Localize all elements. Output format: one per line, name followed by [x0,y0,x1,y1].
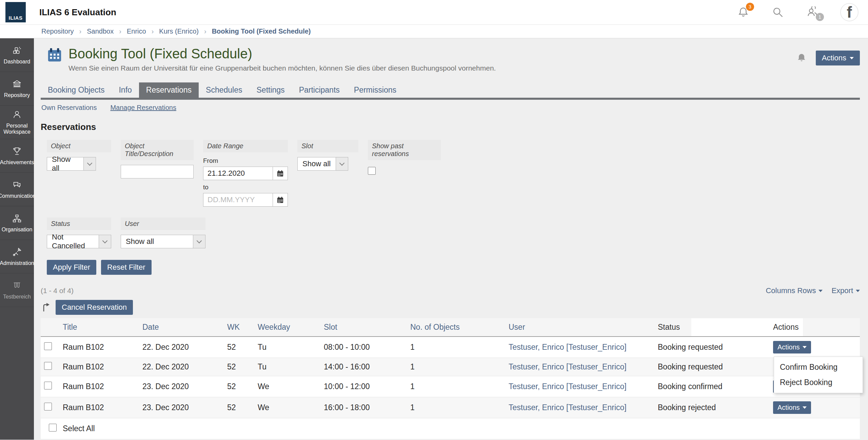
apply-filter-button[interactable]: Apply Filter [47,260,96,275]
breadcrumb-link[interactable]: Enrico [127,27,146,35]
tab-participants[interactable]: Participants [292,82,347,98]
cell-objects: 1 [407,358,505,376]
chevron-down-icon [818,290,823,292]
row-actions-button[interactable]: Actions [773,401,811,414]
contacts-button[interactable]: 1 [806,5,819,19]
row-actions-button[interactable]: Actions [773,341,811,353]
sidebar-item-repository[interactable]: Repository [0,72,34,106]
breadcrumb-link[interactable]: Kurs (Enrico) [159,27,199,35]
search-button[interactable] [771,5,785,19]
show-past-reservations-checkbox[interactable] [368,167,376,175]
sidebar-item-label: Administration [0,260,34,266]
breadcrumb-separator: › [119,27,121,35]
breadcrumb-separator: › [152,27,154,35]
sort-wk-link[interactable]: WK [227,323,240,331]
sort-user-link[interactable]: User [509,323,525,331]
filter-label-slot: Slot [297,140,358,152]
export-dropdown[interactable]: Export [831,286,860,295]
sidebar-item-label: Dashboard [4,59,30,65]
user-link[interactable]: Testuser, Enrico [Testuser_Enrico] [509,403,627,412]
user-select[interactable]: Show all [121,235,205,248]
breadcrumb-separator: › [79,27,82,35]
sidebar-item-dashboard[interactable]: Dashboard [0,38,34,72]
sidebar-item-achievements[interactable]: Achievements [0,139,34,173]
reset-filter-button[interactable]: Reset Filter [101,260,151,275]
row-checkbox[interactable] [44,362,52,370]
cell-objects: 1 [407,376,505,397]
sort-date-link[interactable]: Date [142,323,159,331]
tab-reservations[interactable]: Reservations [139,82,199,98]
columns-rows-dropdown[interactable]: Columns Rows [766,286,823,295]
select-all-checkbox[interactable] [49,424,57,432]
cell-weekday: We [254,397,320,418]
sidebar-item-personal-workspace[interactable]: Personal Workspace [0,106,34,139]
sort-objects-link[interactable]: No. of Objects [410,323,460,331]
subtab-manage-reservations[interactable]: Manage Reservations [110,104,176,112]
chevron-down-icon [850,57,854,59]
main-sidebar: Dashboard Repository Personal Workspace … [0,38,34,440]
cancel-reservation-button-top[interactable]: Cancel Reservation [56,300,133,315]
breadcrumb-link[interactable]: Repository [41,27,74,35]
notifications-button[interactable]: 3 [736,5,750,19]
cell-objects: 1 [407,337,505,358]
sort-slot-link[interactable]: Slot [324,323,337,331]
actions-cell: Actions [770,397,860,418]
cell-wk: 52 [224,358,254,376]
object-title-input[interactable] [121,165,194,178]
sidebar-item-label: Organisation [2,227,33,233]
breadcrumb-link[interactable]: Sandbox [87,27,114,35]
subtab-bar: Own Reservations Manage Reservations [41,104,860,112]
row-checkbox[interactable] [44,403,52,410]
reservations-table: Title Date WK Weekday Slot No. of Object… [41,318,860,439]
cell-status: Booking rejected [654,397,770,418]
date-from-calendar-button[interactable] [273,167,288,180]
user-avatar[interactable]: f [840,3,859,21]
tab-booking-objects[interactable]: Booking Objects [41,82,112,98]
user-link[interactable]: Testuser, Enrico [Testuser_Enrico] [509,343,627,351]
cell-date: 23. Dec 2020 [139,397,224,418]
date-to-label: to [203,184,288,191]
object-select[interactable]: Show all [47,157,96,171]
page-actions-button[interactable]: Actions [816,51,860,65]
tab-permissions[interactable]: Permissions [347,82,403,98]
ilias-logo[interactable]: ILIAS [5,2,26,22]
cell-title: Raum B102 [59,397,139,418]
slot-select[interactable]: Show all [297,157,348,171]
sidebar-item-administration[interactable]: Administration [0,240,34,273]
date-to-input[interactable] [203,193,273,207]
tab-info[interactable]: Info [112,82,139,98]
notifications-badge: 3 [746,3,754,11]
sidebar-item-testbereich[interactable]: Testbereich [0,273,34,307]
menu-item-reject-booking[interactable]: Reject Booking [774,375,863,390]
user-link[interactable]: Testuser, Enrico [Testuser_Enrico] [509,362,627,371]
select-all-row: Select All [41,418,860,439]
breadcrumb-current[interactable]: Booking Tool (Fixed Schedule) [212,27,311,35]
top-header-bar: ILIAS ILIAS 6 Evaluation 3 1 f [0,0,868,25]
chevron-down-icon [803,346,807,348]
breadcrumb-separator: › [204,27,206,35]
menu-item-confirm-booking[interactable]: Confirm Booking [774,360,863,375]
sort-weekday-link[interactable]: Weekday [258,323,290,331]
sidebar-item-communication[interactable]: Communication [0,173,34,206]
subtab-own-reservations[interactable]: Own Reservations [41,104,97,112]
filter-label-title-description: Object Title/Description [121,140,194,160]
row-checkbox[interactable] [44,342,52,350]
tab-schedules[interactable]: Schedules [199,82,249,98]
user-link[interactable]: Testuser, Enrico [Testuser_Enrico] [509,382,627,391]
cell-status: Booking requested [654,337,770,358]
tab-settings[interactable]: Settings [250,82,292,98]
select-chevron-icon [193,235,205,248]
chat-bubbles-icon [12,180,22,190]
sidebar-item-organisation[interactable]: Organisation [0,206,34,240]
sort-title-link[interactable]: Title [63,323,77,331]
row-checkbox[interactable] [44,382,52,389]
filter-label-object: Object [47,140,111,152]
notification-bell-icon[interactable] [796,53,807,63]
date-from-input[interactable] [203,167,273,180]
cell-wk: 52 [224,376,254,397]
cell-objects: 1 [407,397,505,418]
date-to-calendar-button[interactable] [273,193,288,207]
status-select[interactable]: Not Cancelled [47,235,111,248]
chevron-down-icon [803,406,807,409]
cell-weekday: Tu [254,337,320,358]
